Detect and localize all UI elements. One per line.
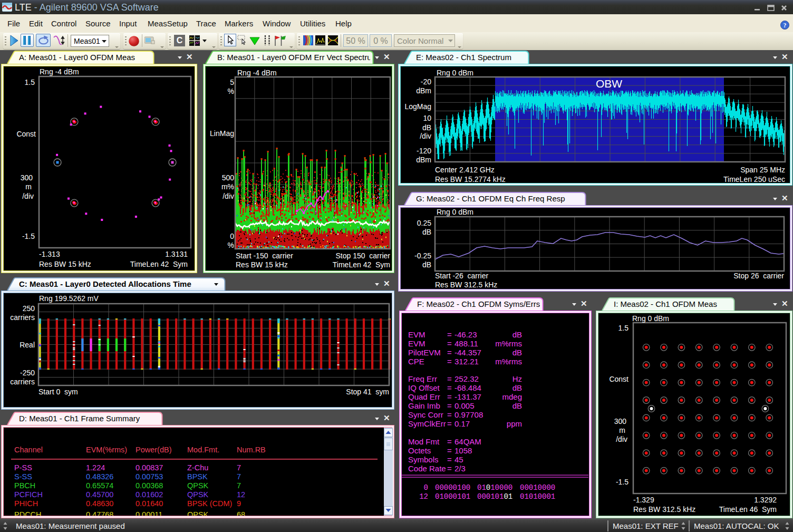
svg-text:=: = xyxy=(447,330,452,339)
svg-text:=: = xyxy=(447,392,452,401)
svg-text:Stop 26 carrier: Stop 26 carrier xyxy=(733,272,784,280)
svg-text:1.3131: 1.3131 xyxy=(165,250,188,258)
svg-text:12: 12 xyxy=(419,492,428,501)
svg-text:0: 0 xyxy=(230,232,234,240)
svg-text:=: = xyxy=(447,446,452,455)
svg-text:Rng 199.5262 mV: Rng 199.5262 mV xyxy=(39,294,99,303)
svg-text:mdeg: mdeg xyxy=(502,392,522,401)
svg-text:Octets: Octets xyxy=(408,446,431,455)
svg-text:CPE: CPE xyxy=(408,357,424,366)
svg-text:Mod Fmt: Mod Fmt xyxy=(408,437,440,446)
svg-text:ppm: ppm xyxy=(507,419,522,428)
svg-text:SymClkErr: SymClkErr xyxy=(408,419,446,428)
svg-text:Power(dB): Power(dB) xyxy=(136,446,172,454)
svg-text:dB: dB xyxy=(512,348,522,357)
svg-text:PCFICH: PCFICH xyxy=(14,490,43,499)
svg-text:45: 45 xyxy=(454,455,463,464)
svg-text:-1.313: -1.313 xyxy=(39,250,60,258)
svg-text:dB: dB xyxy=(512,383,522,392)
svg-text:BPSK (CDM): BPSK (CDM) xyxy=(187,499,232,508)
svg-text:Sync Corr: Sync Corr xyxy=(408,410,443,419)
svg-text:=: = xyxy=(447,401,452,410)
svg-text:Code Rate: Code Rate xyxy=(408,464,446,473)
svg-text:dB: dB xyxy=(422,228,431,236)
svg-text:64QAM: 64QAM xyxy=(454,437,481,446)
svg-text:P-SS: P-SS xyxy=(14,463,32,472)
svg-text:250: 250 xyxy=(23,304,35,313)
svg-text:=: = xyxy=(447,374,452,383)
svg-text:300: 300 xyxy=(21,173,33,182)
svg-text:0.45700: 0.45700 xyxy=(86,490,113,499)
svg-text:0.48326: 0.48326 xyxy=(86,472,113,481)
svg-text:Center 2.412 GHz: Center 2.412 GHz xyxy=(435,166,495,174)
svg-text:12: 12 xyxy=(237,490,245,499)
svg-text:7: 7 xyxy=(237,481,241,490)
svg-text:-120: -120 xyxy=(417,147,431,155)
svg-text:S-SS: S-SS xyxy=(14,472,32,481)
svg-text:0.25: 0.25 xyxy=(417,219,431,227)
svg-text:dB: dB xyxy=(512,330,522,339)
svg-text:-44.357: -44.357 xyxy=(454,348,481,357)
svg-text:LogMag: LogMag xyxy=(404,102,431,111)
svg-text:0.01602: 0.01602 xyxy=(136,490,163,499)
svg-text:Start -26 carrier: Start -26 carrier xyxy=(435,272,488,280)
svg-text:488.11: 488.11 xyxy=(454,339,478,348)
svg-text:BPSK: BPSK xyxy=(187,472,208,481)
svg-text:LinMag: LinMag xyxy=(210,129,234,138)
svg-text:PBCH: PBCH xyxy=(14,481,35,490)
svg-text:%: % xyxy=(228,241,234,249)
svg-text:0.00837: 0.00837 xyxy=(136,463,163,472)
svg-text:TimeLen 46 Sym: TimeLen 46 Sym xyxy=(719,505,777,514)
svg-text:dB: dB xyxy=(422,123,431,132)
svg-text:m%rms: m%rms xyxy=(495,357,522,366)
svg-text:-1.5: -1.5 xyxy=(616,478,628,486)
svg-text:00000100: 00000100 xyxy=(435,483,470,492)
svg-text:dBm: dBm xyxy=(416,156,431,164)
svg-text:IQ Offset: IQ Offset xyxy=(408,383,440,392)
svg-text:10: 10 xyxy=(423,114,431,122)
svg-text:68: 68 xyxy=(237,510,245,516)
svg-text:01010000: 01010000 xyxy=(477,483,512,492)
svg-text:EVM(%rms): EVM(%rms) xyxy=(86,446,127,454)
svg-text:Start 0 sym: Start 0 sym xyxy=(38,388,78,396)
svg-text:m%: m% xyxy=(221,182,234,191)
svg-text:m: m xyxy=(619,426,625,434)
svg-text:7: 7 xyxy=(237,463,241,472)
svg-text:Span 25 MHz: Span 25 MHz xyxy=(740,166,785,174)
svg-text:5: 5 xyxy=(230,78,234,86)
svg-text:%: % xyxy=(228,87,234,95)
svg-text:Rng 0 dBm: Rng 0 dBm xyxy=(632,314,669,323)
svg-text:0.17: 0.17 xyxy=(454,419,470,428)
svg-text:01010001: 01010001 xyxy=(520,492,555,501)
svg-text:m: m xyxy=(25,182,32,191)
svg-text:PilotEVM: PilotEVM xyxy=(408,348,441,357)
svg-text:Num.RB: Num.RB xyxy=(237,446,266,454)
svg-text:/div: /div xyxy=(223,192,234,200)
svg-text:1058: 1058 xyxy=(454,446,472,455)
svg-text:252.32: 252.32 xyxy=(454,374,479,383)
svg-text:0.01640: 0.01640 xyxy=(136,499,163,508)
svg-text:-20: -20 xyxy=(421,78,431,86)
svg-text:Res BW 15 kHz: Res BW 15 kHz xyxy=(236,260,288,269)
svg-text:Symbols: Symbols xyxy=(408,455,439,464)
svg-text:EVM: EVM xyxy=(408,330,425,339)
svg-text:Const: Const xyxy=(16,130,36,138)
svg-text:0.00368: 0.00368 xyxy=(136,481,163,490)
svg-text:9: 9 xyxy=(237,499,241,508)
svg-text:Rng -4 dBm: Rng -4 dBm xyxy=(237,69,277,77)
svg-text:-0.25: -0.25 xyxy=(414,252,431,260)
svg-text:0.00753: 0.00753 xyxy=(136,472,163,481)
svg-text:Rng 0 dBm: Rng 0 dBm xyxy=(437,69,473,77)
svg-text:=: = xyxy=(447,419,452,428)
svg-text:TimeLen 42 Sym: TimeLen 42 Sym xyxy=(130,260,188,268)
svg-text:m%rms: m%rms xyxy=(495,339,522,348)
svg-text:carriers: carriers xyxy=(10,313,35,322)
svg-text:0.00011: 0.00011 xyxy=(136,510,162,516)
svg-text:1.3292: 1.3292 xyxy=(754,496,777,504)
svg-text:0.48630: 0.48630 xyxy=(86,499,113,508)
svg-text:=: = xyxy=(447,464,452,473)
svg-text:00010101: 00010101 xyxy=(477,492,512,501)
svg-text:Const: Const xyxy=(609,375,628,383)
svg-text:=: = xyxy=(447,383,452,392)
svg-text:7: 7 xyxy=(237,472,241,481)
